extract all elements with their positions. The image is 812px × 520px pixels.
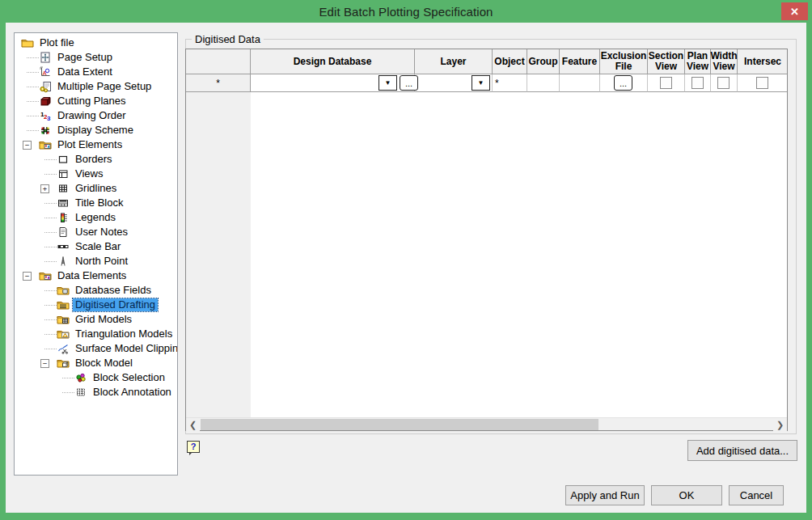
tree-item-display-scheme[interactable]: Display Scheme [15,123,177,137]
tree-item-drawing-order[interactable]: 123Drawing Order [15,108,177,123]
row-header-corner [186,49,251,74]
tree-item-label: Block Model [73,357,135,370]
tree-item-block-selection[interactable]: Block Selection [15,370,177,385]
plan-view-checkbox[interactable] [691,77,704,89]
tree-item-plot-elements[interactable]: −Plot Elements [15,137,177,152]
tree-item-grid-models[interactable]: Grid Models [15,312,177,327]
row-header-cell[interactable]: * [186,74,251,92]
scrollbar-thumb[interactable] [201,419,598,430]
tree-item-user-notes[interactable]: User Notes [15,225,177,239]
borders-icon [57,153,70,166]
cell-layer[interactable]: ▼ [415,74,493,92]
tree-indent [15,356,40,370]
add-digitised-data-button[interactable]: Add digitised data... [687,440,797,461]
scroll-right-arrow-icon[interactable]: ❯ [773,418,787,431]
cell-width-view[interactable] [711,74,738,92]
exclusion-file-browse-button[interactable]: ... [614,75,632,91]
tree-item-scale-bar[interactable]: Scale Bar [15,239,177,254]
folder-data-elements-icon [39,269,52,282]
tree-item-label: Views [73,167,105,180]
folder-grid-icon [57,313,70,326]
collapse-toggle-icon[interactable]: − [23,141,32,150]
tree-item-legends[interactable]: Legends [15,210,177,225]
column-header-design-database: Design Database [251,49,415,74]
grid-data-row: *▼...▼*... [186,74,787,92]
cell-exclusion-file[interactable]: ... [600,74,648,92]
page-setup-icon [39,51,52,64]
tree-indent [15,79,39,94]
tree-item-cutting-planes[interactable]: Cutting Planes [15,94,177,108]
tree-item-multiple-page-setup[interactable]: Multiple Page Setup [15,79,177,94]
multiple-page-setup-icon [39,80,52,93]
cell-plan-view[interactable] [685,74,711,92]
design-database-dropdown[interactable]: ▼ [379,75,397,91]
close-button[interactable]: ✕ [781,2,808,20]
intersec-checkbox[interactable] [756,77,768,89]
tree-indent [15,137,23,152]
tree-item-block-model[interactable]: −Block Model [15,356,177,370]
tree-item-north-point[interactable]: North Point [15,254,177,268]
design-database-browse-button[interactable]: ... [400,75,418,91]
digitised-data-grid: Design DatabaseLayerObjectGroupFeatureEx… [185,49,788,431]
dialog-content: Plot filePage SetupAData ExtentMultiple … [6,23,806,513]
scroll-left-arrow-icon[interactable]: ❮ [186,418,200,431]
column-header-feature: Feature [560,49,600,74]
column-header-object: Object [493,49,527,74]
cell-object[interactable]: * [493,74,527,92]
tree-item-data-extent[interactable]: AData Extent [15,65,177,79]
tree-item-database-fields[interactable]: Database Fields [15,283,177,298]
ok-button[interactable]: OK [651,485,722,505]
tree-indent [15,370,74,385]
specification-tree: Plot filePage SetupAData ExtentMultiple … [14,32,178,476]
tree-item-digitised-drafting[interactable]: Digitised Drafting [15,298,177,312]
tree-item-label: Drawing Order [55,109,129,122]
tree-item-title-block[interactable]: Title Block [15,196,177,210]
collapse-toggle-icon[interactable]: − [40,359,49,368]
views-icon [57,167,70,180]
column-header-intersec: Intersec [738,49,787,74]
tree-item-views[interactable]: Views [15,167,177,181]
tree-item-borders[interactable]: Borders [15,152,177,167]
tree-indent [15,123,39,137]
folder-database-icon [57,284,70,297]
svg-text:3: 3 [47,115,51,122]
folder-plot-elements-icon [39,138,52,151]
tree-item-surface-model-clipping[interactable]: Surface Model Clipping [15,341,177,356]
grid-header-row: Design DatabaseLayerObjectGroupFeatureEx… [186,49,787,74]
tree-item-label: Multiple Page Setup [55,80,154,93]
cell-design-database[interactable]: ▼... [251,74,415,92]
horizontal-scrollbar[interactable]: ❮ ❯ [186,417,787,430]
tree-item-label: Block Annotation [91,386,174,399]
tree-item-triangulation-models[interactable]: Triangulation Models [15,327,177,341]
layer-dropdown[interactable]: ▼ [472,75,490,91]
block-annotation-icon [74,386,87,399]
tree-indent [15,327,57,341]
cutting-planes-icon [39,95,52,108]
help-icon[interactable]: ? [187,441,200,453]
block-selection-icon [74,371,87,384]
title-block-icon [57,197,70,209]
width-view-checkbox[interactable] [717,77,730,89]
tree-indent [15,94,39,108]
tree-item-label: User Notes [73,226,130,239]
tree-item-label: Borders [73,153,115,166]
tree-item-page-setup[interactable]: Page Setup [15,50,177,65]
tree-item-block-annotation[interactable]: Block Annotation [15,385,177,400]
section-view-checkbox[interactable] [660,77,672,89]
apply-and-run-button[interactable]: Apply and Run [565,485,645,505]
cell-group[interactable] [527,74,560,92]
user-notes-icon [57,226,70,239]
cancel-button[interactable]: Cancel [729,485,784,505]
cell-feature[interactable] [560,74,600,92]
tree-item-gridlines[interactable]: +Gridlines [15,181,177,196]
drawing-order-icon: 123 [39,109,52,122]
expand-toggle-icon[interactable]: + [40,184,49,193]
column-header-width-view: Width View [711,49,738,74]
tree-item-label: Digitised Drafting [73,298,158,311]
tree-item-plot-file[interactable]: Plot file [15,36,177,50]
cell-intersec[interactable] [738,74,787,92]
tree-item-label: Database Fields [73,284,154,297]
tree-item-data-elements[interactable]: −Data Elements [15,268,177,283]
cell-section-view[interactable] [648,74,685,92]
collapse-toggle-icon[interactable]: − [23,272,32,281]
